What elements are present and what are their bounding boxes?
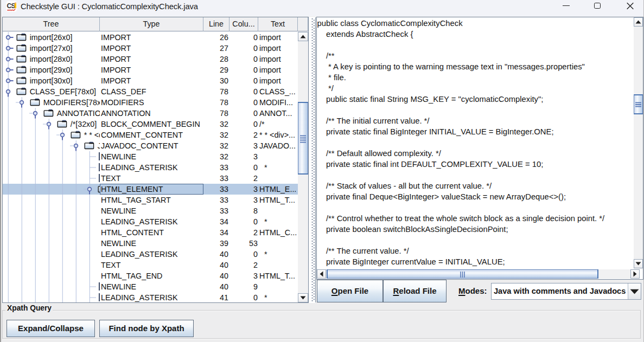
svg-text:import[28x0]: import[28x0] [30, 55, 73, 63]
svg-text:ANNOTATION[78x0]: ANNOTATION[78x0] [57, 109, 100, 118]
svg-text:import[29x0]: import[29x0] [30, 66, 73, 74]
svg-text:import[26x0]: import[26x0] [30, 33, 73, 42]
svg-text:* * <div>: * * <div> [84, 131, 100, 139]
svg-text:CS: CS [7, 2, 16, 10]
svg-text:import[27x0]: import[27x0] [30, 44, 73, 53]
svg-text:/*[32x0]: /*[32x0] [71, 120, 97, 128]
svg-text:CLASS_DEF[78x0]: CLASS_DEF[78x0] [30, 87, 96, 96]
svg-text:MODIFIERS[78x0]: MODIFIERS[78x0] [43, 98, 100, 107]
svg-text:import[30x0]: import[30x0] [30, 76, 73, 85]
